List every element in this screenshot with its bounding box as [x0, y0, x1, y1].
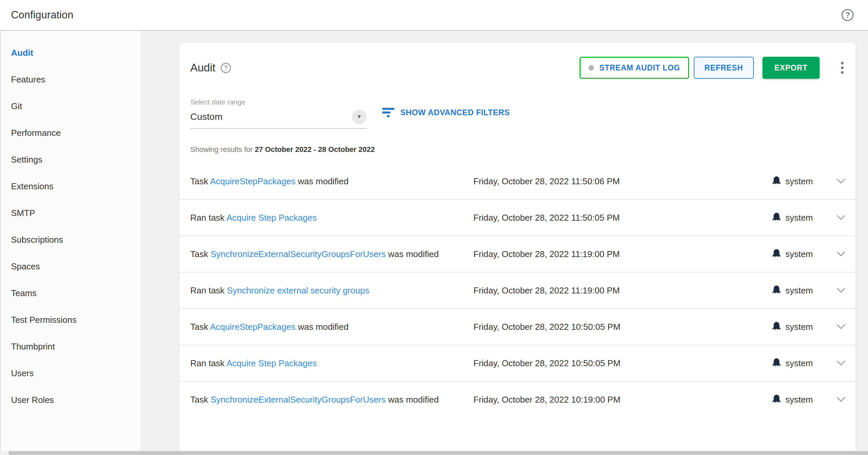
audit-log-row[interactable]: Ran task Synchronize external security g…	[179, 272, 856, 309]
page-title: Configuration	[11, 9, 73, 21]
results-summary: Showing results for 27 October 2022 - 28…	[179, 128, 856, 154]
chevron-down-icon[interactable]	[836, 244, 846, 264]
export-label: EXPORT	[775, 63, 808, 72]
date-range-value: Custom	[190, 112, 222, 122]
show-advanced-filters-label: SHOW ADVANCED FILTERS	[400, 108, 510, 117]
audit-event-user: system	[772, 280, 813, 300]
sidebar-item-label: Users	[11, 368, 34, 378]
audit-log-row[interactable]: Ran task Acquire Step Packages Friday, O…	[179, 200, 856, 236]
horizontal-scrollbar-thumb[interactable]	[9, 451, 868, 455]
audit-card-header: Audit ? STREAM AUDIT LOG REFRESH EXPORT	[179, 43, 856, 79]
sidebar-item-label: Extensions	[11, 181, 54, 192]
sidebar-item-label: User Roles	[11, 395, 54, 405]
audit-event-timestamp: Friday, October 28, 2022 11:19:00 PM	[473, 244, 772, 264]
sidebar-item-spaces[interactable]: Spaces	[0, 253, 141, 280]
audit-event-timestamp: Friday, October 28, 2022 11:19:00 PM	[473, 280, 772, 300]
sidebar-item-audit[interactable]: Audit	[0, 39, 141, 66]
task-link[interactable]: SynchronizeExternalSecurityGroupsForUser…	[211, 395, 386, 404]
sidebar-item-users[interactable]: Users	[0, 360, 141, 387]
sidebar-item-settings[interactable]: Settings	[0, 146, 141, 173]
task-link[interactable]: SynchronizeExternalSecurityGroupsForUser…	[211, 249, 386, 259]
audit-log-row[interactable]: Task AcquireStepPackages was modified Fr…	[179, 163, 856, 200]
audit-card: Audit ? STREAM AUDIT LOG REFRESH EXPORT	[179, 43, 856, 455]
octopus-user-icon	[772, 249, 781, 260]
audit-event-description: Ran task Acquire Step Packages	[190, 353, 444, 373]
sidebar-item-teams[interactable]: Teams	[0, 280, 141, 306]
export-button[interactable]: EXPORT	[763, 57, 819, 79]
task-link[interactable]: Acquire Step Packages	[226, 213, 316, 223]
overflow-menu-icon[interactable]	[839, 60, 846, 76]
show-advanced-filters-button[interactable]: SHOW ADVANCED FILTERS	[382, 108, 510, 117]
sidebar-item-smtp[interactable]: SMTP	[0, 200, 141, 226]
sidebar-item-subscriptions[interactable]: Subscriptions	[0, 226, 141, 253]
horizontal-scrollbar[interactable]	[0, 451, 868, 455]
audit-event-timestamp: Friday, October 28, 2022 10:19:00 PM	[473, 390, 772, 410]
filter-row: Select date range Custom ▼ SHOW ADVANCED…	[179, 79, 856, 128]
audit-event-user: system	[772, 244, 813, 264]
sidebar-item-label: Test Permissions	[11, 315, 77, 325]
audit-log-row[interactable]: Task AcquireStepPackages was modified Fr…	[179, 309, 856, 345]
task-link[interactable]: AcquireStepPackages	[210, 176, 296, 186]
filter-icon	[382, 108, 394, 117]
audit-event-user: system	[772, 171, 813, 191]
task-link[interactable]: Acquire Step Packages	[226, 358, 316, 368]
audit-event-description: Task SynchronizeExternalSecurityGroupsFo…	[190, 390, 444, 410]
sidebar-item-thumbprint[interactable]: Thumbprint	[0, 333, 141, 360]
sidebar-item-label: SMTP	[11, 208, 35, 218]
sidebar-item-label: Spaces	[11, 262, 40, 272]
sidebar-item-user-roles[interactable]: User Roles	[0, 387, 141, 413]
audit-event-description: Ran task Acquire Step Packages	[190, 208, 444, 228]
results-summary-range: 27 October 2022 - 28 October 2022	[255, 145, 375, 154]
sidebar-item-label: Teams	[11, 288, 37, 298]
date-range-select[interactable]: Select date range Custom ▼	[190, 98, 367, 128]
app-header: Configuration ?	[0, 0, 868, 31]
content-area: Audit ? STREAM AUDIT LOG REFRESH EXPORT	[141, 31, 868, 454]
chevron-down-icon[interactable]	[836, 390, 846, 410]
octopus-user-icon	[772, 212, 781, 223]
audit-event-description: Task AcquireStepPackages was modified	[190, 317, 444, 337]
sidebar-item-label: Thumbprint	[11, 341, 55, 352]
chevron-down-icon[interactable]	[836, 280, 846, 300]
audit-event-timestamp: Friday, October 28, 2022 10:50:05 PM	[473, 317, 772, 337]
sidebar-item-label: Features	[11, 74, 45, 85]
results-summary-prefix: Showing results for	[190, 145, 255, 154]
audit-log-row[interactable]: Task SynchronizeExternalSecurityGroupsFo…	[179, 382, 856, 418]
audit-title: Audit	[190, 61, 215, 74]
chevron-down-icon[interactable]	[836, 171, 846, 191]
dropdown-arrow-icon[interactable]: ▼	[352, 110, 367, 124]
octopus-user-icon	[772, 176, 781, 187]
chevron-down-icon[interactable]	[836, 353, 846, 373]
help-icon[interactable]: ?	[221, 63, 231, 73]
audit-event-description: Task AcquireStepPackages was modified	[190, 171, 444, 191]
audit-event-description: Ran task Synchronize external security g…	[190, 280, 444, 300]
help-icon[interactable]: ?	[842, 9, 854, 21]
sidebar-item-performance[interactable]: Performance	[0, 120, 141, 146]
audit-event-user: system	[772, 353, 813, 373]
chevron-down-icon[interactable]	[836, 208, 846, 228]
date-range-label: Select date range	[190, 98, 367, 106]
sidebar: Audit Features Git Performance Settings …	[0, 31, 141, 454]
stream-audit-log-button[interactable]: STREAM AUDIT LOG	[580, 57, 689, 79]
stream-audit-log-label: STREAM AUDIT LOG	[599, 63, 680, 72]
sidebar-item-label: Settings	[11, 155, 42, 165]
audit-event-user: system	[772, 208, 813, 228]
audit-log-row[interactable]: Ran task Acquire Step Packages Friday, O…	[179, 345, 856, 382]
task-link[interactable]: Synchronize external security groups	[227, 285, 369, 296]
audit-actions: STREAM AUDIT LOG REFRESH EXPORT	[580, 57, 846, 79]
audit-event-description: Task SynchronizeExternalSecurityGroupsFo…	[190, 244, 444, 264]
audit-event-timestamp: Friday, October 28, 2022 11:50:06 PM	[473, 171, 772, 191]
sidebar-item-label: Subscriptions	[11, 235, 63, 245]
sidebar-item-features[interactable]: Features	[0, 66, 141, 93]
sidebar-item-extensions[interactable]: Extensions	[0, 173, 141, 200]
refresh-button[interactable]: REFRESH	[694, 57, 754, 79]
octopus-user-icon	[772, 322, 781, 332]
refresh-label: REFRESH	[705, 63, 743, 72]
sidebar-item-label: Performance	[11, 128, 61, 138]
left-edge-divider	[0, 31, 1, 455]
sidebar-item-git[interactable]: Git	[0, 93, 141, 120]
task-link[interactable]: AcquireStepPackages	[210, 322, 296, 332]
sidebar-item-test-permissions[interactable]: Test Permissions	[0, 306, 141, 333]
chevron-down-icon[interactable]	[836, 317, 846, 337]
audit-log-row[interactable]: Task SynchronizeExternalSecurityGroupsFo…	[179, 236, 856, 272]
octopus-user-icon	[772, 358, 781, 368]
